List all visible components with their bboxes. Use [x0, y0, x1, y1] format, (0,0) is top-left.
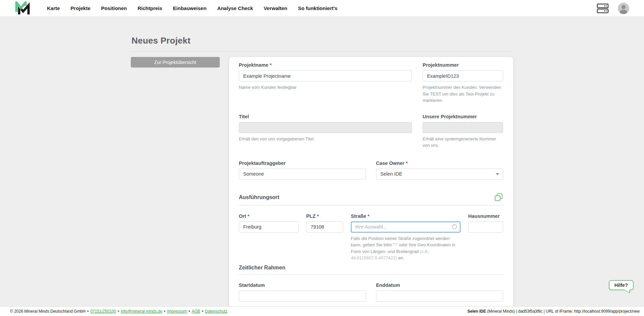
hausnummer-input[interactable] [468, 222, 503, 233]
avatar[interactable] [618, 3, 629, 14]
left-column: Zur Projektübersicht [131, 57, 220, 67]
nav-item-einbauweisen[interactable]: Einbauweisen [168, 0, 212, 17]
help-button[interactable]: Hilfe? [609, 280, 634, 290]
projektnummer-helper: Projektnummer des Kunden. Verwenden Sie … [423, 84, 503, 104]
server-icon[interactable] [597, 3, 609, 13]
title-divider [131, 51, 513, 52]
section-divider [239, 274, 503, 274]
unsere-projektnummer-input [423, 122, 503, 133]
required-asterisk: * [317, 213, 319, 219]
nav-item-karte[interactable]: Karte [42, 0, 65, 17]
nav-item-positionen[interactable]: Positionen [96, 0, 132, 17]
chevron-down-icon [496, 173, 499, 175]
footer-user: Selen IDE [468, 309, 486, 314]
nav-item-so-funktionierts[interactable]: So funktioniert's [292, 0, 343, 17]
strasse-label: Straße* [351, 213, 461, 219]
footer-copyright: © 2026 Mineral Minds Deutschland GmbH [10, 309, 86, 314]
titel-input [239, 122, 412, 133]
section-divider [239, 205, 503, 205]
required-asterisk: * [406, 161, 408, 166]
field-hausnummer: Hausnummer [468, 213, 503, 261]
top-navigation: Karte Projekte Positionen Richtpreis Ein… [0, 0, 644, 17]
spinner-icon [452, 224, 457, 229]
projektauftraggeber-input[interactable] [239, 169, 366, 180]
footer-phone-link[interactable]: 07151/250100 [90, 309, 116, 314]
footer: © 2026 Mineral Minds Deutschland GmbH•07… [0, 306, 644, 316]
main-menu: Karte Projekte Positionen Richtpreis Ein… [42, 0, 343, 17]
nav-item-projekte[interactable]: Projekte [65, 0, 96, 17]
titel-helper: Erhält den von uns vorgegebenen Titel. [239, 136, 412, 142]
section-ausfuehrungsort: Ausführungsort [239, 194, 279, 200]
nav-right-icons [597, 3, 629, 14]
field-strasse: Straße* Falls die Position keiner Straße… [351, 213, 461, 261]
required-asterisk: * [270, 62, 272, 68]
footer-agb-link[interactable]: AGB [192, 309, 200, 314]
plz-label: PLZ* [306, 213, 343, 219]
field-plz: PLZ* [306, 213, 343, 261]
field-ort: Ort* [239, 213, 299, 261]
footer-left: © 2026 Mineral Minds Deutschland GmbH•07… [10, 309, 227, 314]
projektname-helper: Name vom Kunden festlegbar [239, 84, 412, 91]
footer-datenschutz-link[interactable]: Datenschutz [205, 309, 227, 314]
footer-session-info: Selen IDE (Mineral Minds) | dad53f5a3f8c… [468, 309, 640, 314]
field-enddatum: Enddatum [376, 282, 503, 302]
ort-label: Ort* [239, 213, 299, 219]
ort-input[interactable] [239, 222, 299, 233]
field-projektname: Projektname* Name vom Kunden festlegbar [239, 62, 412, 104]
startdatum-input[interactable] [239, 291, 366, 302]
projektnummer-input[interactable] [423, 70, 503, 81]
section-zeitlicher-rahmen: Zeitlicher Rahmen [239, 265, 285, 271]
enddatum-label: Enddatum [376, 282, 503, 288]
field-titel: Titel Erhält den von uns vorgegebenen Ti… [239, 114, 412, 149]
enddatum-input[interactable] [376, 291, 503, 302]
field-unsere-projektnummer: Unsere Projektnummer Erhält eine systemg… [423, 114, 503, 149]
avatar-head [622, 5, 626, 9]
mineral-minds-logo[interactable] [13, 1, 32, 15]
strasse-helper: Falls die Position keiner Straße zugeord… [351, 235, 461, 261]
field-projektauftraggeber: Projektauftraggeber [239, 161, 366, 180]
field-startdatum: Startdatum [239, 282, 366, 302]
projektauftraggeber-label: Projektauftraggeber [239, 161, 366, 166]
unsere-projektnummer-label: Unsere Projektnummer [423, 114, 503, 119]
projektnummer-label: Projektnummer [423, 62, 503, 68]
plz-input[interactable] [306, 222, 343, 233]
required-asterisk: * [368, 213, 370, 219]
footer-session-rest: (Mineral Minds) | dad53f5a3f8c | URL of … [486, 309, 640, 314]
startdatum-label: Startdatum [239, 282, 366, 288]
copy-icon[interactable] [494, 193, 503, 202]
case-owner-label: Case Owner* [376, 161, 503, 166]
nav-item-richtpreis[interactable]: Richtpreis [132, 0, 167, 17]
footer-email-link[interactable]: info@mineral-minds.de [121, 309, 162, 314]
projektname-label: Projektname* [239, 62, 412, 68]
new-project-form-card: Projektname* Name vom Kunden festlegbar … [229, 57, 513, 315]
projektname-input[interactable] [239, 70, 412, 81]
footer-impressum-link[interactable]: Impressum [167, 309, 187, 314]
nav-item-analyse-check[interactable]: Analyse Check [212, 0, 259, 17]
avatar-body [620, 10, 627, 14]
case-owner-select[interactable]: Selen IDE [376, 169, 503, 180]
required-asterisk: * [248, 213, 250, 219]
page-title: Neues Projekt [131, 36, 513, 46]
titel-label: Titel [239, 114, 412, 119]
field-projektnummer: Projektnummer Projektnummer des Kunden. … [423, 62, 503, 104]
project-overview-button[interactable]: Zur Projektübersicht [131, 57, 220, 67]
hausnummer-label: Hausnummer [468, 213, 503, 219]
unsere-projektnummer-helper: Erhält eine systemgenerierte Nummer von … [423, 136, 503, 149]
strasse-input[interactable] [351, 222, 461, 233]
nav-item-verwalten[interactable]: Verwalten [258, 0, 292, 17]
field-case-owner: Case Owner* Selen IDE [376, 161, 503, 180]
case-owner-value: Selen IDE [380, 171, 402, 177]
main-content: Neues Projekt Zur Projektübersicht Proje… [131, 17, 513, 316]
